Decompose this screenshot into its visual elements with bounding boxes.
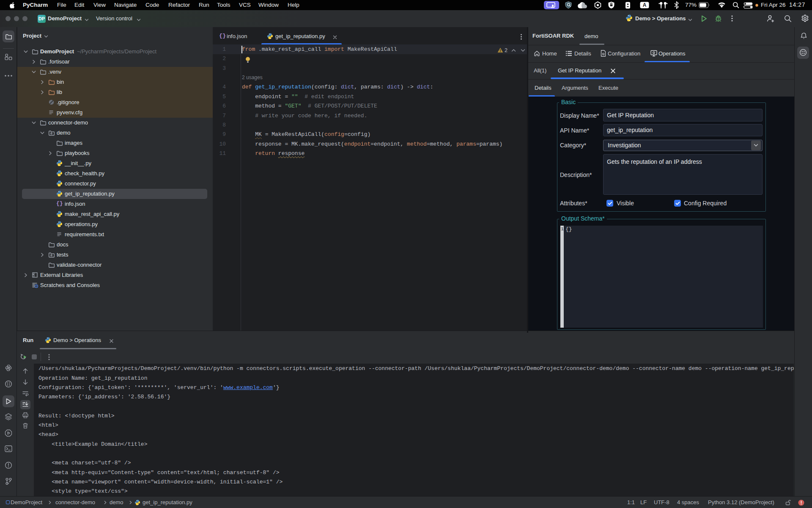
svg-text:A: A [643, 2, 647, 8]
